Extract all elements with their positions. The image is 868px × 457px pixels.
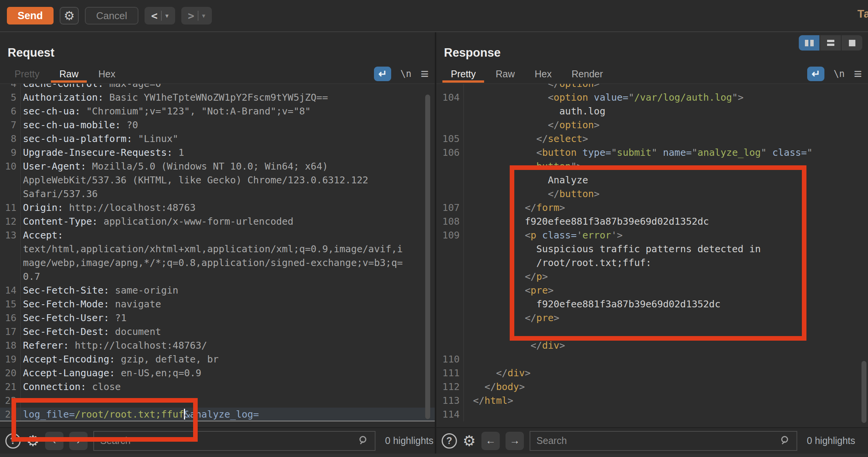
code-line[interactable]: 113</html> bbox=[436, 394, 868, 408]
code-line[interactable]: 14Sec-Fetch-Site: same-origin bbox=[0, 284, 435, 297]
code-line[interactable]: 105 </select> bbox=[436, 132, 868, 146]
line-number: 17 bbox=[0, 325, 21, 339]
code-line[interactable]: 6sec-ch-ua: "Chromium";v="123", "Not:A-B… bbox=[0, 104, 435, 118]
line-number: 107 bbox=[436, 201, 464, 215]
help-icon[interactable]: ? bbox=[442, 433, 457, 449]
toolbar: Send ⚙ Cancel < ▾ > ▾ Ta bbox=[0, 0, 868, 31]
code-line[interactable]: 10User-Agent: Mozilla/5.0 (Windows NT 10… bbox=[0, 160, 435, 173]
search-settings-gear-icon[interactable]: ⚙ bbox=[463, 433, 476, 449]
code-line[interactable]: 11Origin: http://localhost:48763 bbox=[0, 201, 435, 215]
request-editor[interactable]: 4Cache-Control: max-age=05Authorization:… bbox=[0, 83, 435, 427]
request-scrollbar[interactable] bbox=[425, 95, 430, 419]
code-line[interactable]: 21Connection: close bbox=[0, 380, 435, 394]
find-next-button[interactable]: → bbox=[506, 432, 524, 450]
code-line[interactable]: 17Sec-Fetch-Dest: document bbox=[0, 325, 435, 339]
layout-rows-button[interactable] bbox=[820, 35, 841, 51]
code-text bbox=[464, 353, 868, 366]
send-settings-button[interactable]: ⚙ bbox=[60, 7, 79, 24]
line-number bbox=[436, 187, 464, 201]
response-tab-render[interactable]: Render bbox=[562, 65, 613, 83]
forward-icon: > bbox=[188, 10, 194, 22]
line-number bbox=[0, 173, 21, 187]
response-tab-hex[interactable]: Hex bbox=[525, 65, 561, 83]
code-text: sec-ch-ua-mobile: ?0 bbox=[21, 118, 435, 132]
word-wrap-icon[interactable]: ↵ bbox=[374, 67, 391, 81]
code-line[interactable]: 15Sec-Fetch-Mode: navigate bbox=[0, 297, 435, 311]
line-number bbox=[436, 83, 464, 91]
code-line[interactable]: 19Accept-Encoding: gzip, deflate, br bbox=[0, 353, 435, 366]
code-line[interactable]: </option> bbox=[436, 118, 868, 132]
code-line[interactable]: 13Accept: bbox=[0, 228, 435, 242]
line-number bbox=[436, 118, 464, 132]
line-number bbox=[436, 104, 464, 118]
code-line[interactable]: auth.log bbox=[436, 104, 868, 118]
code-line[interactable]: 12Content-Type: application/x-www-form-u… bbox=[0, 215, 435, 228]
code-line[interactable]: 106 <button type="submit" name="analyze_… bbox=[436, 146, 868, 160]
response-tabs: Pretty Raw Hex Render bbox=[436, 65, 868, 83]
history-back-button[interactable]: < ▾ bbox=[145, 7, 175, 24]
response-tab-pretty[interactable]: Pretty bbox=[441, 65, 486, 83]
code-line[interactable]: 9Upgrade-Insecure-Requests: 1 bbox=[0, 146, 435, 160]
chevron-down-icon[interactable]: ▾ bbox=[202, 12, 205, 20]
code-line[interactable]: AppleWebKit/537.36 (KHTML, like Gecko) C… bbox=[0, 173, 435, 187]
code-line[interactable]: 18Referer: http://localhost:48763/ bbox=[0, 339, 435, 353]
line-number: 106 bbox=[436, 146, 464, 160]
layout-single-button[interactable] bbox=[842, 35, 862, 51]
code-line[interactable]: 4Cache-Control: max-age=0 bbox=[0, 83, 435, 91]
request-tab-hex[interactable]: Hex bbox=[88, 65, 125, 83]
code-text bbox=[464, 408, 868, 421]
line-number: 12 bbox=[0, 215, 21, 228]
layout-columns-button[interactable] bbox=[799, 35, 819, 51]
code-line[interactable]: 5Authorization: Basic YW1heTpteWNoZW1pY2… bbox=[0, 91, 435, 104]
send-button[interactable]: Send bbox=[7, 7, 54, 24]
code-text: auth.log bbox=[464, 104, 868, 118]
code-line[interactable]: 112 </body> bbox=[436, 380, 868, 394]
editor-menu-icon[interactable]: ≡ bbox=[854, 66, 862, 82]
cancel-button[interactable]: Cancel bbox=[85, 7, 138, 24]
code-line[interactable]: 110 bbox=[436, 353, 868, 366]
code-line[interactable]: 111 </div> bbox=[436, 366, 868, 380]
code-text: </select> bbox=[464, 132, 868, 146]
code-line[interactable]: text/html,application/xhtml+xml,applicat… bbox=[0, 242, 435, 256]
code-text: Upgrade-Insecure-Requests: 1 bbox=[21, 146, 435, 160]
chevron-down-icon[interactable]: ▾ bbox=[165, 12, 169, 20]
code-line[interactable]: 104 <option value="/var/log/auth.log"> bbox=[436, 91, 868, 104]
code-text: </html> bbox=[464, 394, 868, 408]
code-line[interactable]: 20Accept-Language: en-US,en;q=0.9 bbox=[0, 366, 435, 380]
line-number bbox=[0, 187, 21, 201]
code-text: AppleWebKit/537.36 (KHTML, like Gecko) C… bbox=[21, 173, 435, 187]
show-newlines-icon[interactable]: \n bbox=[400, 69, 411, 79]
word-wrap-icon[interactable]: ↵ bbox=[807, 67, 824, 81]
code-line[interactable]: 16Sec-Fetch-User: ?1 bbox=[0, 311, 435, 325]
code-text: <button type="submit" name="analyze_log"… bbox=[464, 146, 868, 160]
show-newlines-icon[interactable]: \n bbox=[834, 69, 845, 79]
line-number: 10 bbox=[0, 160, 21, 173]
code-text: Accept-Language: en-US,en;q=0.9 bbox=[21, 366, 435, 380]
response-tab-raw[interactable]: Raw bbox=[486, 65, 525, 83]
find-previous-button[interactable]: ← bbox=[481, 432, 500, 450]
request-tab-pretty[interactable]: Pretty bbox=[5, 65, 49, 83]
line-number: 11 bbox=[0, 201, 21, 215]
line-number bbox=[0, 256, 21, 270]
code-line[interactable]: 114 bbox=[436, 408, 868, 421]
code-line[interactable]: 8sec-ch-ua-platform: "Linux" bbox=[0, 132, 435, 146]
code-line[interactable]: </div> bbox=[436, 339, 868, 353]
response-scrollbar[interactable] bbox=[861, 361, 866, 423]
history-forward-button[interactable]: > ▾ bbox=[181, 7, 212, 24]
code-line[interactable]: Safari/537.36 bbox=[0, 187, 435, 201]
code-line[interactable]: 7sec-ch-ua-mobile: ?0 bbox=[0, 118, 435, 132]
line-number: 109 bbox=[436, 228, 464, 242]
response-search-input[interactable] bbox=[530, 431, 797, 451]
request-tab-raw[interactable]: Raw bbox=[49, 65, 88, 83]
code-line[interactable]: 0.7 bbox=[0, 270, 435, 284]
back-icon: < bbox=[151, 10, 158, 22]
editor-menu-icon[interactable]: ≡ bbox=[421, 66, 429, 82]
code-line[interactable]: </option> bbox=[436, 83, 868, 91]
line-number: 4 bbox=[0, 83, 21, 91]
code-line[interactable]: mage/webp,image/apng,*/*;q=0.8,applicati… bbox=[0, 256, 435, 270]
code-text: mage/webp,image/apng,*/*;q=0.8,applicati… bbox=[21, 256, 435, 270]
code-text: Cache-Control: max-age=0 bbox=[21, 83, 435, 91]
window-bottom-strip bbox=[0, 454, 868, 457]
line-number: 111 bbox=[436, 366, 464, 380]
line-number: 13 bbox=[0, 228, 21, 242]
